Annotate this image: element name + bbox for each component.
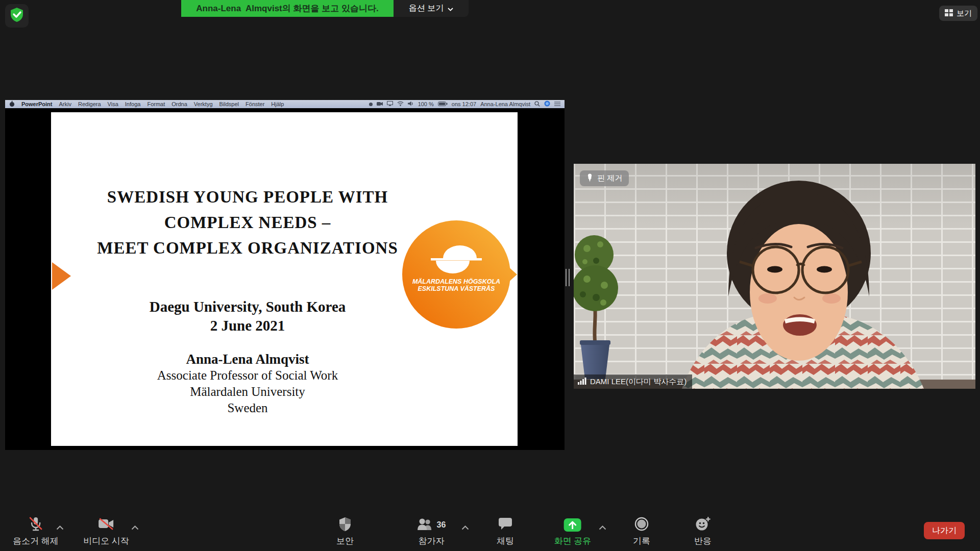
slide-title-line1: SWEDISH YOUNG PEOPLE WITH — [64, 184, 431, 210]
slide-author-title: Associate Professor of Social Work — [64, 367, 431, 384]
mac-menu-bar: PowerPoint Arkiv Redigera Visa Infoga Fo… — [5, 100, 565, 108]
slide-author-block: Anna-Lena Almqvist Associate Professor o… — [64, 351, 431, 416]
menu-volume-label: 100 % — [418, 101, 434, 107]
screen-share-banner: Anna-Lena Almqvist의 화면을 보고 있습니다. — [181, 0, 394, 17]
person — [682, 181, 924, 389]
chat-bubble-icon — [498, 517, 512, 533]
camera-status-icon — [377, 101, 383, 107]
video-scene — [574, 164, 975, 389]
menu-item-bildspel[interactable]: Bildspel — [219, 101, 239, 107]
chat-label: 채팅 — [497, 535, 514, 547]
grid-view-icon — [945, 9, 953, 18]
slide-title-line3: MEET COMPLEX ORGANIZATIONS — [64, 235, 431, 261]
slide-author-university: Mälardalen University — [64, 384, 431, 400]
participants-icon — [417, 518, 433, 533]
menu-item-infoga[interactable]: Infoga — [125, 101, 141, 107]
slide-author-name: Anna-Lena Almqvist — [64, 351, 431, 367]
participant-name-label: DAMI LEE(이다미 박사수료) — [574, 374, 692, 389]
reactions-smiley-icon — [695, 516, 710, 534]
security-quadrant-shield-icon — [338, 517, 352, 534]
battery-icon — [438, 101, 448, 107]
speaker-status-icon — [408, 101, 414, 107]
spotlight-search-icon[interactable] — [534, 101, 540, 108]
panel-resize-handle[interactable] — [566, 269, 570, 286]
status-dot-icon — [369, 103, 373, 106]
participants-button[interactable]: 36 참가자 — [417, 516, 446, 547]
microphone-muted-icon — [29, 516, 43, 534]
options-label: 옵션 보기 — [409, 3, 444, 14]
start-video-label: 비디오 시작 — [83, 535, 129, 547]
security-shield-button[interactable] — [5, 4, 29, 28]
camera-off-icon — [98, 518, 114, 532]
slide-subtitle: Daegu University, South Korea 2 June 202… — [64, 297, 431, 335]
menu-item-hjalp[interactable]: Hjälp — [271, 101, 284, 107]
menu-item-arkiv[interactable]: Arkiv — [59, 101, 71, 107]
display-status-icon — [387, 101, 393, 107]
menu-item-verktyg[interactable]: Verktyg — [194, 101, 213, 107]
record-icon — [634, 517, 649, 533]
apple-icon — [9, 101, 15, 108]
slide-subtitle-line1: Daegu University, South Korea — [64, 297, 431, 316]
shared-screen: PowerPoint Arkiv Redigera Visa Infoga Fo… — [5, 100, 565, 450]
remove-pin-label: 핀 제거 — [597, 173, 622, 183]
plant — [574, 235, 618, 379]
menu-list-icon[interactable] — [554, 101, 560, 107]
leave-label: 나가기 — [932, 525, 957, 536]
unmute-label: 음소거 해제 — [13, 535, 59, 547]
reactions-label: 반응 — [694, 535, 712, 547]
menu-item-fonster[interactable]: Fönster — [246, 101, 264, 107]
menu-app-name[interactable]: PowerPoint — [21, 101, 53, 107]
share-screen-icon — [564, 518, 581, 532]
mute-options-chevron-icon[interactable] — [56, 523, 64, 532]
start-video-button[interactable]: 비디오 시작 — [83, 516, 129, 547]
view-label: 보기 — [957, 9, 972, 18]
share-screen-label: 화면 공유 — [554, 535, 592, 547]
presentation-slide: SWEDISH YOUNG PEOPLE WITH COMPLEX NEEDS … — [51, 112, 518, 446]
menu-item-ordna[interactable]: Ordna — [172, 101, 187, 107]
assistant-icon[interactable] — [544, 101, 550, 108]
security-button[interactable]: 보안 — [336, 516, 354, 547]
share-options-chevron-icon[interactable] — [599, 523, 606, 532]
unmute-button[interactable]: 음소거 해제 — [13, 516, 59, 547]
chat-button[interactable]: 채팅 — [497, 516, 514, 547]
share-screen-button[interactable]: 화면 공유 — [554, 516, 592, 547]
participant-name: DAMI LEE(이다미 박사수료) — [590, 377, 687, 387]
slide-arrow-marker — [52, 262, 71, 290]
menu-user-name[interactable]: Anna-Lena Almqvist — [480, 101, 530, 107]
meeting-toolbar: 음소거 해제 비디오 시작 — [0, 514, 980, 551]
slide-title: SWEDISH YOUNG PEOPLE WITH COMPLEX NEEDS … — [64, 184, 431, 261]
pinned-video-tile[interactable]: 핀 제거 DAMI LEE(이다미 박사수료) — [574, 164, 975, 389]
slide-subtitle-line2: 2 June 2021 — [64, 316, 431, 335]
participants-count: 36 — [437, 520, 446, 530]
reactions-button[interactable]: 반응 — [694, 516, 712, 547]
participants-label: 참가자 — [418, 535, 444, 547]
menu-item-format[interactable]: Format — [147, 101, 165, 107]
wifi-status-icon — [397, 101, 404, 107]
participants-options-chevron-icon[interactable] — [461, 523, 469, 532]
shield-check-icon — [10, 7, 24, 24]
record-label: 기록 — [633, 535, 650, 547]
logo-text-line2: ESKILSTUNA VÄSTERÅS — [418, 285, 496, 292]
view-options-button[interactable]: 옵션 보기 — [394, 0, 469, 17]
view-button[interactable]: 보기 — [939, 6, 977, 21]
slide-author-country: Sweden — [64, 400, 431, 416]
menu-clock: ons 12:07 — [452, 101, 476, 107]
video-options-chevron-icon[interactable] — [131, 523, 139, 532]
remove-pin-button[interactable]: 핀 제거 — [580, 170, 629, 186]
security-label: 보안 — [336, 535, 354, 547]
audio-level-icon — [578, 377, 586, 386]
menu-item-visa[interactable]: Visa — [108, 101, 118, 107]
pushpin-icon — [586, 173, 593, 184]
chevron-down-icon — [448, 4, 453, 13]
slide-title-line2: COMPLEX NEEDS – — [64, 210, 431, 235]
university-logo: MÄLARDALENS HÖGSKOLA ESKILSTUNA VÄSTERÅS — [385, 209, 521, 337]
banner-text: Anna-Lena Almqvist의 화면을 보고 있습니다. — [196, 3, 378, 14]
leave-meeting-button[interactable]: 나가기 — [924, 522, 965, 539]
logo-text-line1: MÄLARDALENS HÖGSKOLA — [412, 278, 500, 285]
record-button[interactable]: 기록 — [633, 516, 650, 547]
zoom-meeting-window: Anna-Lena Almqvist의 화면을 보고 있습니다. 옵션 보기 보… — [0, 0, 980, 551]
menu-item-redigera[interactable]: Redigera — [78, 101, 101, 107]
